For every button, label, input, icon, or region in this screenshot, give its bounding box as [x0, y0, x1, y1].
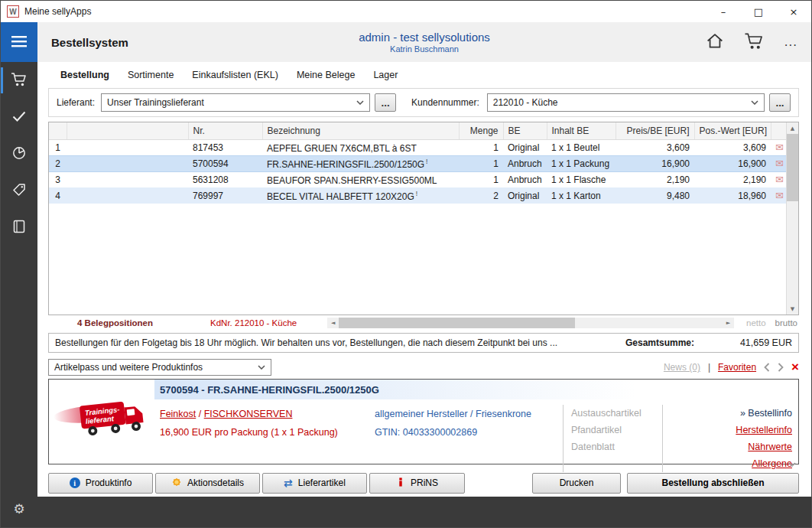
- horizontal-scrollbar[interactable]: ◄ ►: [327, 318, 734, 328]
- news-link[interactable]: News (0): [664, 362, 700, 373]
- gtin-line: GTIN: 04033300002869: [375, 423, 563, 442]
- scrollbar-thumb[interactable]: [787, 134, 798, 201]
- supplier-logo: Trainings- lieferant: [49, 380, 154, 464]
- col-inhalt[interactable]: Inhalt BE: [547, 122, 615, 139]
- category-link[interactable]: Feinkost: [160, 409, 196, 419]
- bestellinfo-link[interactable]: » Bestellinfo: [663, 405, 792, 422]
- total-value: 41,659 EUR: [694, 337, 792, 348]
- hamburger-menu-button[interactable]: [1, 22, 37, 62]
- scroll-right-icon[interactable]: ►: [723, 320, 734, 326]
- app-window: W Meine sellyApps – □ ×: [0, 0, 812, 528]
- panel-scroll-down-icon[interactable]: [788, 455, 796, 472]
- netto-toggle[interactable]: netto: [746, 318, 766, 328]
- tab-einkaufslisten[interactable]: Einkaufslisten (EKL): [192, 70, 278, 80]
- prins-icon: [396, 477, 405, 490]
- sidebar-item-tasks[interactable]: [1, 99, 37, 135]
- drucken-button[interactable]: Drucken: [532, 473, 621, 494]
- sidebar-item-tags[interactable]: [1, 172, 37, 209]
- lieferartikel-button[interactable]: ⇄ Lieferartikel: [262, 473, 367, 494]
- table-row-selected[interactable]: 2 5700594 FR.SAHNE-HERINGSFIL.2500/1250G…: [49, 155, 786, 171]
- swap-arrows-icon: ⇄: [284, 478, 293, 487]
- next-article-icon[interactable]: [778, 363, 784, 372]
- aktionsdetails-button[interactable]: Aktionsdetails: [155, 473, 260, 494]
- mail-icon[interactable]: ✉: [775, 190, 784, 201]
- page-title: Bestellsystem: [51, 36, 128, 49]
- window-controls: – □ ×: [706, 1, 811, 22]
- content: Bestellung Sortimente Einkaufslisten (EK…: [37, 62, 811, 497]
- cart-icon: [11, 72, 28, 90]
- chevron-down-icon: [745, 100, 758, 105]
- tab-meine-belege[interactable]: Meine Belege: [297, 70, 355, 80]
- subcategory-link[interactable]: FISCHKONSERVEN: [204, 409, 293, 419]
- prev-article-icon[interactable]: [764, 363, 770, 372]
- prins-button[interactable]: PRiNS: [369, 473, 465, 494]
- close-button[interactable]: ×: [776, 1, 811, 22]
- tab-bestellung[interactable]: Bestellung: [60, 70, 109, 80]
- produktinfo-button[interactable]: i Produktinfo: [48, 473, 153, 494]
- col-menge[interactable]: Menge: [459, 122, 503, 139]
- tab-lager[interactable]: Lager: [373, 70, 398, 80]
- col-bezeichnung[interactable]: Bezeichnung: [262, 122, 459, 139]
- manufacturer-column: allgemeiner Hersteller / Friesenkrone GT…: [365, 405, 563, 472]
- lieferant-select[interactable]: Unser Trainingslieferant: [101, 93, 370, 112]
- sidebar-item-catalog[interactable]: [1, 209, 37, 246]
- tab-sortimente[interactable]: Sortimente: [128, 70, 174, 80]
- scrollbar-thumb[interactable]: [339, 318, 574, 328]
- scroll-left-icon[interactable]: ◄: [327, 320, 339, 326]
- pfandartikel-link: Pfandartikel: [571, 422, 662, 438]
- positions-count: 4 Belegpositionen: [77, 318, 153, 328]
- maximize-button[interactable]: □: [741, 1, 776, 22]
- header-cart-icon[interactable]: [744, 32, 765, 53]
- close-panel-icon[interactable]: ×: [791, 362, 799, 373]
- table-row[interactable]: 4 769997 BECEL VITAL HALBFETT 120X20G! 2…: [49, 187, 786, 204]
- info-links-column: » Bestellinfo Herstellerinfo Nährwerte A…: [662, 405, 798, 472]
- col-wert[interactable]: Pos.-Wert [EUR]: [694, 122, 771, 139]
- total-label: Gesamtsumme:: [610, 337, 694, 348]
- more-menu-icon[interactable]: ...: [784, 38, 797, 46]
- gear-icon: ⚙: [13, 501, 24, 517]
- col-nr[interactable]: Nr.: [188, 122, 262, 139]
- order-deadline-notice: Bestellungen für den Folgetag bis 18 Uhr…: [55, 337, 557, 348]
- price-line: 16,900 EUR pro Packung (1 x 1 Packung): [160, 423, 365, 442]
- product-detail-panel: Trainings- lieferant 5700594 - FR.SAHNE-…: [48, 379, 799, 464]
- mail-icon[interactable]: ✉: [775, 174, 784, 185]
- inactive-links-column: Austauschartikel Pfandartikel Datenblatt: [563, 405, 662, 472]
- favoriten-link[interactable]: Favoriten: [718, 362, 756, 373]
- scroll-up-icon[interactable]: ▲: [787, 122, 798, 134]
- star-icon: [171, 477, 182, 490]
- kundennummer-status: KdNr. 212010 - Küche: [210, 318, 297, 328]
- check-icon: [12, 111, 26, 124]
- table-row[interactable]: 3 5631208 BEAUFOR SPAN.SHERRY-ESSIG500ML…: [49, 171, 786, 187]
- order-table: Nr. Bezeichnung Menge BE Inhalt BE Preis…: [48, 122, 799, 315]
- mail-icon[interactable]: ✉: [775, 158, 784, 169]
- naehrwerte-link[interactable]: Nährwerte: [748, 442, 792, 452]
- minimize-button[interactable]: –: [706, 1, 741, 22]
- home-icon[interactable]: [706, 33, 724, 51]
- allergene-link[interactable]: Allergene: [752, 458, 792, 469]
- vertical-scrollbar[interactable]: ▲ ▼: [786, 122, 798, 315]
- account-info: admin - test sellysolutions Katrin Busch…: [37, 31, 811, 54]
- datenblatt-link: Datenblatt: [571, 438, 662, 455]
- productinfo-select[interactable]: Artikelpass und weitere Produktinfos: [48, 359, 271, 376]
- pie-chart-icon: [12, 146, 26, 162]
- bestellung-abschliessen-button[interactable]: Bestellung abschließen: [627, 473, 799, 494]
- kundennummer-more-button[interactable]: ...: [769, 93, 791, 112]
- sidebar-item-settings[interactable]: ⚙: [1, 491, 37, 527]
- category-column: Feinkost / FISCHKONSERVEN 16,900 EUR pro…: [154, 405, 365, 472]
- sidebar-item-statistics[interactable]: [1, 135, 37, 172]
- sidebar: ⚙: [1, 22, 37, 527]
- lieferant-label: Lieferant:: [57, 97, 95, 108]
- col-preis[interactable]: Preis/BE [EUR]: [615, 122, 694, 139]
- brutto-toggle[interactable]: brutto: [775, 318, 797, 328]
- chevron-down-icon: [350, 100, 364, 105]
- col-be[interactable]: BE: [503, 122, 547, 139]
- kundennummer-select[interactable]: 212010 - Küche: [487, 93, 765, 112]
- sidebar-item-bestellsystem[interactable]: [1, 62, 37, 99]
- window-title: Meine sellyApps: [24, 6, 91, 17]
- scroll-down-icon[interactable]: ▼: [787, 303, 798, 315]
- col-mail: [771, 122, 786, 139]
- mail-icon[interactable]: ✉: [775, 142, 784, 153]
- lieferant-more-button[interactable]: ...: [375, 93, 396, 112]
- herstellerinfo-link[interactable]: Herstellerinfo: [736, 425, 792, 435]
- table-row[interactable]: 1 817453 AEPFEL GRUEN 7X6CM,BTL à 6ST 1 …: [49, 139, 786, 155]
